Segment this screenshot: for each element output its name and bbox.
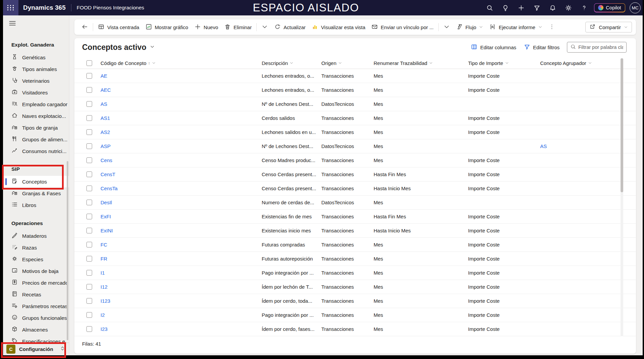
sidebar-item-naves-explotacio[interactable]: Naves explotacio... [3, 110, 69, 122]
column-header-origen[interactable]: Origen [321, 60, 374, 66]
row-checkbox[interactable] [86, 101, 92, 107]
enviar-un-vínculo-por-button[interactable]: Enviar un vínculo por ... [368, 21, 437, 33]
sidebar-item-veterinarios[interactable]: Veterinarios [3, 75, 69, 87]
concept-code-link[interactable]: Cens [101, 157, 112, 163]
concept-code-link[interactable]: AE [101, 73, 107, 79]
concept-code-link[interactable]: ExFI [101, 214, 111, 219]
more-vertical-button[interactable] [545, 21, 558, 33]
visualizar-esta-vista-button[interactable]: Visualizar esta vista [309, 21, 368, 33]
row-checkbox[interactable] [86, 87, 92, 93]
table-row[interactable]: I23 Ídem por cerdo, fases... Transaccion… [74, 322, 636, 336]
sidebar-item-consumos-nutrici[interactable]: Consumos nutrici... [3, 145, 69, 157]
concept-code-link[interactable]: FR [101, 256, 107, 262]
sidebar-item-empleado-cargador[interactable]: Empleado cargador [3, 98, 69, 110]
column-header-renumerar-trazabilidad[interactable]: Renumerar Trazabilidad [374, 60, 468, 66]
chevron-down-button[interactable] [258, 21, 271, 33]
sidebar-item-almacenes[interactable]: Almacenes [3, 324, 69, 336]
mostrar-gráfico-button[interactable]: Mostrar gráfico [142, 21, 191, 33]
ejecutar-informe-button[interactable]: Ejecutar informe [486, 21, 545, 33]
chevron-down-icon[interactable] [150, 44, 155, 51]
column-header-descripción[interactable]: Descripción [262, 60, 321, 66]
eliminar-button[interactable]: Eliminar [221, 21, 255, 33]
concepto-agrupador-link[interactable]: AS [540, 143, 547, 149]
concept-code-link[interactable]: I2 [101, 312, 105, 318]
table-row[interactable]: I2 Pago integración por ... Transaccione… [74, 308, 636, 322]
row-checkbox[interactable] [86, 143, 92, 149]
sidebar-item-visitadores[interactable]: Visitadores [3, 87, 69, 98]
concept-code-link[interactable]: CensTa [101, 186, 118, 191]
filter-icon[interactable] [529, 0, 545, 15]
concept-code-link[interactable]: I12 [101, 284, 108, 290]
row-checkbox[interactable] [86, 200, 92, 205]
row-checkbox[interactable] [86, 171, 92, 177]
table-row[interactable]: AS Nº de Lechones Dest... DatosTecnicos … [74, 97, 636, 111]
settings-icon[interactable] [561, 0, 576, 15]
help-icon[interactable] [576, 0, 592, 15]
table-row[interactable]: DesIl Numero de cerdas de... DatosTecnic… [74, 196, 636, 210]
edit-columns-button[interactable]: Editar columnas [471, 44, 516, 51]
table-row[interactable]: I12 Ídem por lechón de T... Transaccione… [74, 280, 636, 294]
table-row[interactable]: CensTa Censo Cerdas present... Transacci… [74, 182, 636, 196]
sidebar-item-tipos-de-granja[interactable]: Tipos de granja [3, 122, 69, 134]
row-checkbox[interactable] [86, 73, 92, 79]
table-row[interactable]: AEC Lechones entrados, o... Transaccione… [74, 83, 636, 97]
environment-name[interactable]: FOOD Piensos Integraciones [77, 5, 144, 11]
concept-code-link[interactable]: AS2 [101, 129, 110, 135]
chevron-down-button[interactable] [440, 21, 453, 33]
sidebar-item-granjas-&-fases[interactable]: Granjas & Fases [3, 188, 69, 199]
concept-code-link[interactable]: I123 [101, 298, 110, 304]
column-header-código-de-concepto[interactable]: Código de Concepto↑ [101, 60, 262, 66]
concept-code-link[interactable]: ASP [101, 143, 111, 149]
sidebar-item-gen-ticas[interactable]: Genéticas [3, 52, 69, 63]
edit-filters-button[interactable]: Editar filtros [524, 44, 560, 51]
app-name[interactable]: Dynamics 365 [23, 4, 66, 11]
concept-code-link[interactable]: ExINI [101, 228, 113, 233]
row-checkbox[interactable] [86, 270, 92, 276]
search-icon[interactable] [482, 0, 498, 15]
table-row[interactable]: I123 Ídem por cerdo, toda... Transaccion… [74, 294, 636, 308]
sidebar-item-mataderos[interactable]: Mataderos [3, 230, 69, 242]
table-row[interactable]: AS2 Lechones salidos en u... Transaccion… [74, 125, 636, 139]
row-checkbox[interactable] [86, 228, 92, 233]
concept-code-link[interactable]: CensT [101, 171, 115, 177]
sidebar-item-grupos-funcionales[interactable]: Grupos funcionales [3, 312, 69, 324]
keyword-filter-input[interactable] [578, 45, 623, 50]
row-checkbox[interactable] [86, 242, 92, 247]
sidebar-item-par-metros-recetas[interactable]: Parámetros recetas [3, 300, 69, 312]
row-checkbox[interactable] [86, 326, 92, 332]
table-row[interactable]: Cens Censo Madres produc... Transaccione… [74, 153, 636, 167]
table-scrollbar-thumb[interactable] [621, 58, 623, 192]
sidebar-scrollbar[interactable] [67, 161, 68, 340]
bell-icon[interactable] [545, 0, 561, 15]
table-row[interactable]: CensT Censo Cerdas present... Transaccio… [74, 167, 636, 182]
actualizar-button[interactable]: Actualizar [271, 21, 309, 33]
concept-code-link[interactable]: DesIl [101, 200, 112, 205]
row-checkbox[interactable] [86, 214, 92, 219]
table-row[interactable]: AS1 Cerdos salidos Transacciones Mes Imp… [74, 111, 636, 125]
user-avatar[interactable]: MC [630, 2, 641, 13]
sidebar-item-especies[interactable]: Especies [3, 254, 69, 265]
sidebar-item-grupos-de-alimen[interactable]: Grupos de alimen... [3, 134, 69, 145]
share-button[interactable]: Compartir [585, 22, 632, 32]
column-header-tipo-de-importe[interactable]: Tipo de Importe [468, 60, 540, 66]
back-button[interactable] [78, 21, 91, 33]
row-checkbox[interactable] [86, 157, 92, 163]
row-checkbox[interactable] [86, 298, 92, 304]
sidebar-item-libros[interactable]: Libros [3, 199, 69, 211]
row-checkbox[interactable] [86, 129, 92, 135]
row-checkbox[interactable] [86, 186, 92, 191]
table-row[interactable]: AE Lechones entrados, o... Transacciones… [74, 69, 636, 83]
concept-code-link[interactable]: FC [101, 242, 107, 247]
vista-centrada-button[interactable]: Vista centrada [95, 21, 142, 33]
nuevo-button[interactable]: Nuevo [191, 21, 221, 33]
table-row[interactable]: FC Futuras compradas Transacciones Mes I… [74, 238, 636, 252]
sidebar-item-tipos-animales[interactable]: Tipos animales [3, 63, 69, 75]
sidebar-item-razas[interactable]: Razas [3, 242, 69, 254]
app-launcher-waffle-icon[interactable] [3, 0, 18, 15]
sidebar-item-especificaciones-e[interactable]: Especificaciones e... [3, 336, 69, 343]
row-checkbox[interactable] [86, 256, 92, 262]
row-checkbox[interactable] [86, 284, 92, 290]
table-row[interactable]: ExFI Existencias fin de mes Transaccione… [74, 210, 636, 224]
flujo-button[interactable]: Flujo [453, 21, 487, 33]
concept-code-link[interactable]: AEC [101, 87, 111, 93]
